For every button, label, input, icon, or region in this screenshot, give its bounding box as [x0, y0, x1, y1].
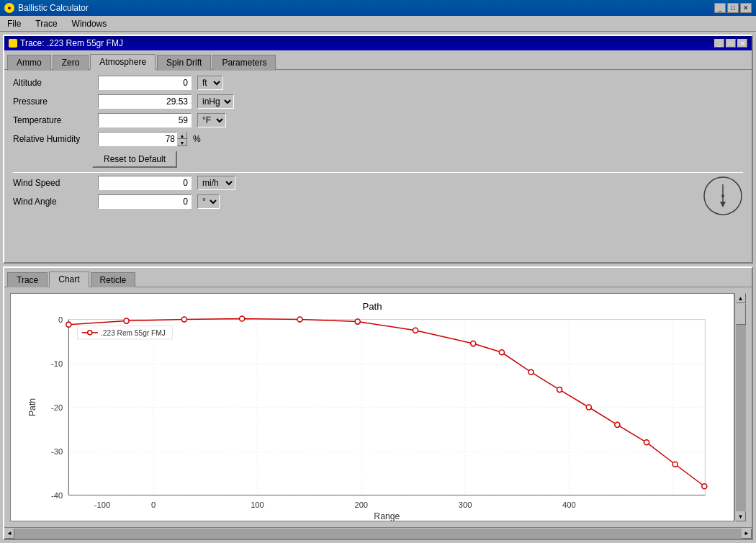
altitude-input[interactable]: [98, 76, 192, 90]
wind-speed-label: Wind Speed: [13, 178, 92, 188]
close-button[interactable]: ✕: [740, 3, 752, 13]
data-point: [528, 369, 534, 374]
svg-text:0: 0: [151, 501, 156, 509]
svg-marker-3: [720, 202, 726, 207]
tab-trace[interactable]: Trace: [7, 272, 48, 288]
wind-fields: Wind Speed mi/h km/h m/s Wind Angle: [13, 176, 694, 213]
data-point: [240, 316, 245, 321]
data-point: [557, 387, 562, 392]
temperature-row: Temperature °F °C: [13, 113, 743, 127]
scroll-down-button[interactable]: ▼: [736, 511, 746, 521]
wind-angle-row: Wind Angle °: [13, 194, 694, 209]
app-icon: ●: [4, 3, 14, 13]
bottom-panel: Trace Chart Reticle Path: [3, 266, 753, 540]
wind-speed-unit-select[interactable]: mi/h km/h m/s: [197, 176, 235, 190]
pressure-unit-select[interactable]: inHg hPa: [197, 94, 234, 109]
temperature-unit-select[interactable]: °F °C: [197, 113, 226, 127]
svg-text:300: 300: [459, 501, 472, 509]
data-point: [644, 440, 649, 445]
separator: [13, 172, 743, 173]
chart-svg: Path: [11, 294, 734, 521]
scroll-right-button[interactable]: ►: [742, 529, 752, 539]
chart-container: Path: [4, 287, 752, 527]
data-point: [615, 422, 620, 427]
altitude-unit-select[interactable]: ft m: [197, 76, 223, 90]
tab-ammo[interactable]: Ammo: [7, 55, 51, 71]
data-point: [413, 328, 418, 333]
humidity-row: Relative Humidity ▲ ▼ %: [13, 132, 743, 146]
vertical-scrollbar: ▲ ▼: [734, 293, 746, 521]
maximize-button[interactable]: □: [727, 3, 739, 13]
reset-row: Reset to Default: [13, 151, 743, 168]
altitude-row: Altitude ft m: [13, 76, 743, 90]
wind-section: Wind Speed mi/h km/h m/s Wind Angle: [13, 176, 743, 218]
bottom-tab-bar: Trace Chart Reticle: [4, 268, 752, 287]
app-title: Ballistic Calculator: [18, 3, 89, 13]
menu-windows[interactable]: Windows: [68, 17, 112, 30]
menu-file[interactable]: File: [3, 17, 25, 30]
svg-text:200: 200: [354, 501, 368, 509]
tab-atmosphere[interactable]: Atmosphere: [90, 54, 156, 70]
data-point: [471, 341, 476, 346]
scroll-track[interactable]: [736, 303, 746, 511]
data-point: [124, 318, 129, 323]
wind-angle-input[interactable]: [98, 194, 192, 209]
data-point: [297, 317, 302, 322]
svg-text:0: 0: [58, 315, 63, 324]
humidity-input[interactable]: [98, 132, 177, 146]
temperature-input[interactable]: [98, 113, 192, 127]
inner-window: Trace: .223 Rem 55gr FMJ _ □ ✕ Ammo Zero…: [3, 35, 753, 264]
temperature-label: Temperature: [13, 115, 92, 125]
tab-reticle[interactable]: Reticle: [91, 272, 136, 288]
wind-angle-label: Wind Angle: [13, 197, 92, 207]
inner-close[interactable]: ✕: [737, 39, 747, 48]
data-point: [672, 462, 678, 467]
svg-text:-30: -30: [51, 447, 63, 456]
tab-spin-drift[interactable]: Spin Drift: [157, 55, 211, 71]
humidity-increment[interactable]: ▲: [177, 132, 187, 139]
inner-title-bar: Trace: .223 Rem 55gr FMJ _ □ ✕: [4, 36, 752, 50]
data-point: [702, 484, 707, 489]
pressure-label: Pressure: [13, 97, 92, 107]
scroll-left-button[interactable]: ◄: [4, 529, 14, 539]
horizontal-scrollbar: ◄ ►: [4, 527, 752, 539]
inner-title: Trace: .223 Rem 55gr FMJ: [20, 38, 123, 48]
humidity-label: Relative Humidity: [13, 134, 92, 144]
humidity-spinner: ▲ ▼: [98, 132, 187, 146]
wind-speed-input[interactable]: [98, 176, 192, 190]
humidity-spinner-btns: ▲ ▼: [177, 132, 187, 146]
inner-minimize[interactable]: _: [714, 39, 724, 48]
menu-trace[interactable]: Trace: [31, 17, 61, 30]
data-point: [499, 350, 504, 355]
scroll-up-button[interactable]: ▲: [736, 293, 746, 303]
h-scroll-track[interactable]: [14, 529, 742, 539]
humidity-unit: %: [193, 134, 201, 144]
menu-bar: File Trace Windows: [0, 16, 756, 32]
svg-text:Range: Range: [374, 511, 400, 521]
svg-text:-10: -10: [51, 359, 63, 368]
tab-parameters[interactable]: Parameters: [212, 55, 276, 71]
inner-maximize[interactable]: □: [726, 39, 736, 48]
wind-angle-unit-select[interactable]: °: [197, 194, 220, 209]
main-content: Trace: .223 Rem 55gr FMJ _ □ ✕ Ammo Zero…: [0, 32, 756, 543]
svg-point-33: [88, 331, 92, 335]
svg-text:-40: -40: [51, 491, 63, 500]
tab-bar: Ammo Zero Atmosphere Spin Drift Paramete…: [4, 50, 752, 70]
chart-title: Path: [362, 301, 382, 312]
minimize-button[interactable]: _: [714, 3, 726, 13]
wind-dial: [703, 176, 743, 218]
title-bar-controls: _ □ ✕: [714, 3, 752, 13]
svg-text:-100: -100: [94, 501, 110, 509]
data-point: [355, 319, 360, 324]
tab-chart[interactable]: Chart: [49, 272, 89, 287]
tab-zero[interactable]: Zero: [53, 55, 89, 71]
wind-speed-row: Wind Speed mi/h km/h m/s: [13, 176, 694, 190]
pressure-row: Pressure inHg hPa: [13, 94, 743, 109]
scroll-thumb[interactable]: [736, 303, 746, 325]
svg-text:Path: Path: [27, 398, 37, 416]
reset-button[interactable]: Reset to Default: [92, 151, 177, 168]
pressure-input[interactable]: [98, 94, 192, 109]
humidity-decrement[interactable]: ▼: [177, 139, 187, 146]
data-point: [66, 322, 71, 327]
legend-label: .223 Rem 55gr FMJ: [101, 329, 166, 337]
